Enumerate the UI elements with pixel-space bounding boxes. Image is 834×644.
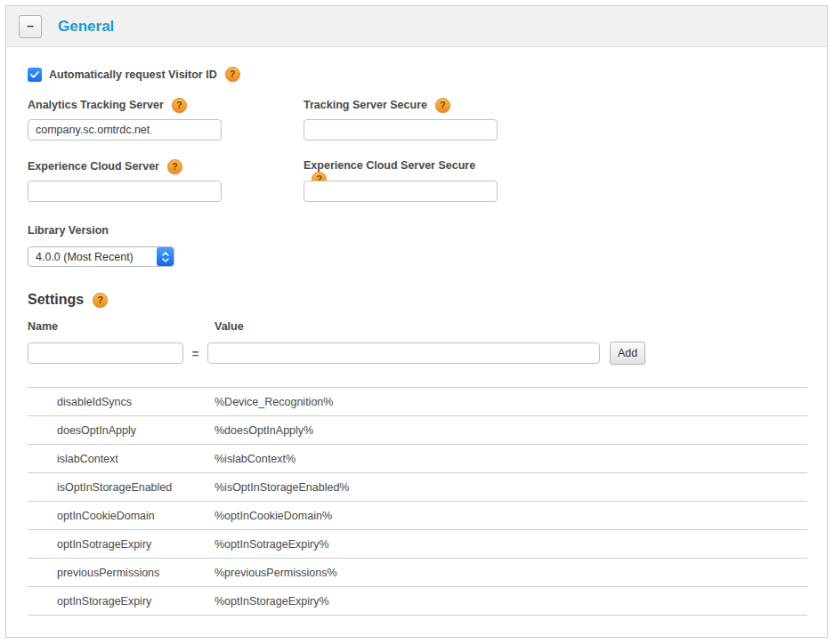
field-label-text: Experience Cloud Server Secure (304, 159, 475, 172)
setting-value: %islabContext% (215, 453, 807, 465)
chevron-up-down-icon (157, 247, 174, 266)
library-version-selected-value: 4.0.0 (Most Recent) (28, 251, 157, 263)
page-title: General (58, 18, 114, 36)
table-row[interactable]: optInCookieDomain%optInCookieDomain% (28, 502, 807, 530)
table-row[interactable]: disableIdSyncs%Device_Recognition% (28, 388, 807, 416)
general-panel: – General Automatically request Visitor … (5, 5, 828, 638)
setting-name-input[interactable] (28, 342, 183, 364)
visitor-id-checkbox[interactable] (28, 68, 42, 82)
setting-name: optInStorageExpiry (28, 595, 215, 608)
add-setting-form: = Add (28, 342, 807, 365)
table-row[interactable]: islabContext%islabContext% (28, 445, 807, 473)
field-label: Analytics Tracking Server? (28, 98, 222, 113)
add-form-labels: Name Value (28, 320, 807, 335)
library-version-section: Library Version 4.0.0 (Most Recent) (28, 224, 807, 267)
analytics-tracking-server-input[interactable] (28, 119, 222, 141)
field-label: Experience Cloud Server Secure? (304, 159, 498, 174)
field-analytics-tracking-server: Analytics Tracking Server? (28, 98, 222, 141)
help-icon[interactable]: ? (93, 293, 108, 308)
setting-value: %optInSotrageExpiry% (215, 538, 807, 551)
table-row[interactable]: optInStorageExpiry%optInStorageExpiry% (28, 587, 807, 616)
experience-cloud-server-secure-input[interactable] (304, 181, 498, 202)
field-label-text: Analytics Tracking Server (28, 99, 164, 111)
panel-content: Automatically request Visitor ID ? Analy… (6, 47, 827, 616)
table-row[interactable]: optInSotrageExpiry%optInSotrageExpiry% (28, 530, 807, 559)
server-fields: Analytics Tracking Server? Tracking Serv… (28, 98, 807, 221)
table-row[interactable]: previousPermissions%previousPermissions% (28, 559, 807, 587)
settings-heading: Settings? (28, 292, 807, 308)
setting-name: optInSotrageExpiry (28, 538, 215, 551)
help-icon[interactable]: ? (435, 98, 450, 113)
table-row[interactable]: isOptInStorageEnabled%isOptInStorageEnab… (28, 473, 807, 502)
visitor-id-label: Automatically request Visitor ID (49, 68, 217, 81)
name-column-label: Name (28, 320, 58, 333)
library-version-select[interactable]: 4.0.0 (Most Recent) (28, 246, 174, 267)
help-icon[interactable]: ? (167, 159, 182, 174)
field-label: Experience Cloud Server? (28, 159, 222, 174)
visitor-id-row: Automatically request Visitor ID ? (28, 67, 807, 82)
add-button[interactable]: Add (610, 342, 645, 365)
field-label-text: Tracking Server Secure (304, 99, 427, 111)
setting-value: %isOptInStorageEnabled% (215, 481, 807, 494)
equals-sign: = (183, 347, 207, 360)
settings-table: disableIdSyncs%Device_Recognition%doesOp… (28, 387, 807, 616)
field-experience-cloud-server: Experience Cloud Server? (28, 159, 222, 202)
setting-name: previousPermissions (28, 567, 215, 579)
field-tracking-server-secure: Tracking Server Secure? (304, 98, 498, 141)
setting-value: %Device_Recognition% (215, 396, 807, 408)
tracking-server-secure-input[interactable] (304, 119, 498, 141)
setting-value: %optInCookieDomain% (215, 510, 807, 522)
setting-name: disableIdSyncs (28, 396, 215, 408)
setting-value: %doesOptInApply% (215, 424, 807, 437)
table-row[interactable]: doesOptInApply%doesOptInApply% (28, 416, 807, 445)
help-icon[interactable]: ? (172, 98, 187, 113)
experience-cloud-server-input[interactable] (28, 181, 222, 202)
setting-value-input[interactable] (207, 342, 600, 364)
panel-header: – General (6, 6, 827, 47)
setting-value: %previousPermissions% (215, 567, 807, 579)
setting-name: optInCookieDomain (28, 510, 215, 522)
collapse-button[interactable]: – (19, 15, 42, 38)
field-label: Tracking Server Secure? (304, 98, 498, 113)
setting-name: islabContext (28, 453, 215, 465)
setting-name: doesOptInApply (28, 424, 215, 437)
checkmark-icon (30, 71, 39, 78)
value-column-label: Value (215, 320, 244, 333)
settings-heading-text: Settings (28, 292, 84, 307)
setting-value: %optInStorageExpiry% (215, 595, 807, 608)
library-version-label: Library Version (28, 224, 807, 239)
field-label-text: Experience Cloud Server (28, 160, 159, 173)
field-experience-cloud-server-secure: Experience Cloud Server Secure? (304, 159, 498, 202)
help-icon[interactable]: ? (225, 67, 240, 82)
setting-name: isOptInStorageEnabled (28, 481, 215, 494)
